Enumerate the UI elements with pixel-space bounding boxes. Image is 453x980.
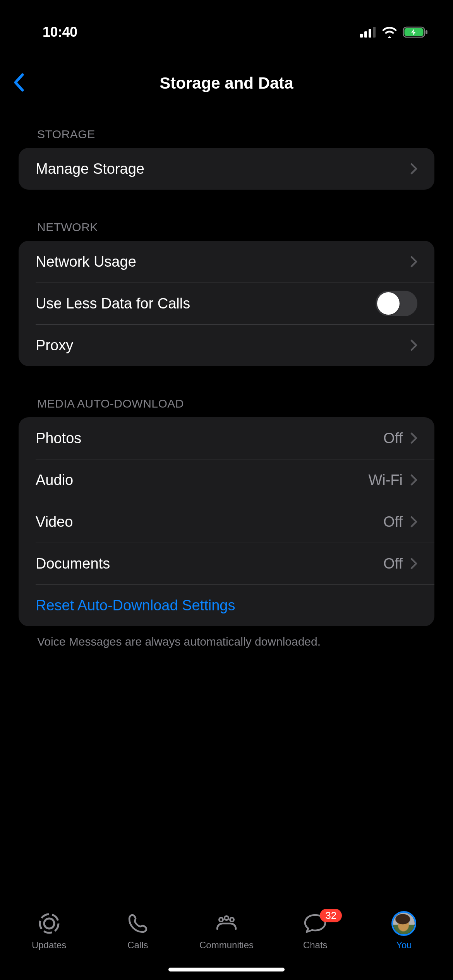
tab-label: Calls bbox=[127, 940, 148, 951]
back-button[interactable] bbox=[9, 69, 29, 97]
tab-you[interactable]: You bbox=[360, 911, 448, 951]
avatar bbox=[391, 911, 416, 936]
svg-rect-2 bbox=[369, 29, 371, 38]
content-scroll: STORAGE Manage Storage NETWORK Network U… bbox=[0, 128, 453, 681]
cell-documents[interactable]: Documents Off bbox=[19, 543, 434, 584]
cell-value: Wi-Fi bbox=[368, 472, 403, 488]
group-storage: Manage Storage bbox=[19, 148, 434, 190]
page-title: Storage and Data bbox=[160, 74, 293, 93]
cell-label: Audio bbox=[36, 472, 368, 488]
cell-value: Off bbox=[383, 514, 403, 530]
svg-point-7 bbox=[44, 918, 54, 929]
svg-point-8 bbox=[40, 914, 58, 933]
chevron-right-icon bbox=[410, 339, 417, 351]
cell-proxy[interactable]: Proxy bbox=[19, 324, 434, 366]
status-time: 10:40 bbox=[43, 24, 77, 40]
section-header-media: MEDIA AUTO-DOWNLOAD bbox=[19, 397, 434, 417]
section-network: NETWORK Network Usage Use Less Data for … bbox=[19, 221, 434, 366]
tab-label: Communities bbox=[199, 940, 254, 951]
tab-label: You bbox=[396, 940, 412, 951]
tab-updates[interactable]: Updates bbox=[5, 911, 93, 951]
avatar-image bbox=[393, 913, 415, 934]
tab-label: Chats bbox=[303, 940, 328, 951]
cell-label: Network Usage bbox=[36, 254, 410, 270]
section-header-network: NETWORK bbox=[19, 221, 434, 241]
svg-point-9 bbox=[225, 916, 228, 920]
section-media: MEDIA AUTO-DOWNLOAD Photos Off Audio Wi-… bbox=[19, 397, 434, 650]
tab-label: Updates bbox=[32, 940, 66, 951]
chevron-right-icon bbox=[410, 432, 417, 444]
cell-label: Proxy bbox=[36, 337, 410, 354]
group-media: Photos Off Audio Wi-Fi Video Off Documen… bbox=[19, 417, 434, 626]
nav-header: Storage and Data bbox=[0, 62, 453, 105]
cell-label: Photos bbox=[36, 430, 383, 447]
section-header-storage: STORAGE bbox=[19, 128, 434, 148]
tab-chats[interactable]: 32 Chats bbox=[271, 911, 360, 951]
cellular-icon bbox=[360, 27, 376, 38]
cell-label: Manage Storage bbox=[36, 161, 410, 177]
group-network: Network Usage Use Less Data for Calls Pr… bbox=[19, 241, 434, 366]
tab-communities[interactable]: Communities bbox=[182, 911, 271, 951]
cell-network-usage[interactable]: Network Usage bbox=[19, 241, 434, 283]
cell-video[interactable]: Video Off bbox=[19, 501, 434, 543]
switch-knob bbox=[377, 292, 400, 315]
cell-value: Off bbox=[383, 555, 403, 572]
status-icons bbox=[360, 26, 428, 38]
status-bar: 10:40 bbox=[0, 0, 453, 50]
cell-less-data: Use Less Data for Calls bbox=[19, 283, 434, 324]
cell-value: Off bbox=[383, 430, 403, 447]
chevron-right-icon bbox=[410, 474, 417, 486]
tab-calls[interactable]: Calls bbox=[93, 911, 182, 951]
communities-icon bbox=[214, 911, 239, 936]
svg-rect-6 bbox=[426, 30, 427, 34]
svg-point-10 bbox=[219, 918, 223, 922]
less-data-switch[interactable] bbox=[376, 291, 417, 316]
cell-label: Reset Auto-Download Settings bbox=[36, 597, 417, 614]
home-indicator[interactable] bbox=[168, 968, 285, 971]
cell-label: Use Less Data for Calls bbox=[36, 295, 376, 312]
chats-badge: 32 bbox=[320, 909, 342, 922]
cell-audio[interactable]: Audio Wi-Fi bbox=[19, 459, 434, 501]
cell-manage-storage[interactable]: Manage Storage bbox=[19, 148, 434, 190]
updates-icon bbox=[37, 911, 62, 936]
phone-icon bbox=[125, 911, 150, 936]
wifi-icon bbox=[382, 26, 397, 38]
svg-rect-3 bbox=[373, 27, 376, 38]
chevron-right-icon bbox=[410, 516, 417, 528]
chevron-right-icon bbox=[410, 256, 417, 267]
svg-rect-0 bbox=[360, 34, 363, 38]
section-storage: STORAGE Manage Storage bbox=[19, 128, 434, 190]
cell-label: Video bbox=[36, 514, 383, 530]
svg-rect-1 bbox=[364, 31, 367, 38]
chevron-right-icon bbox=[410, 558, 417, 569]
section-footer-media: Voice Messages are always automatically … bbox=[19, 626, 434, 650]
cell-photos[interactable]: Photos Off bbox=[19, 417, 434, 459]
cell-label: Documents bbox=[36, 555, 383, 572]
chevron-right-icon bbox=[410, 163, 417, 175]
chevron-left-icon bbox=[13, 73, 25, 92]
battery-charging-icon bbox=[403, 26, 428, 38]
svg-point-11 bbox=[230, 918, 234, 922]
cell-reset-auto-download[interactable]: Reset Auto-Download Settings bbox=[19, 584, 434, 626]
